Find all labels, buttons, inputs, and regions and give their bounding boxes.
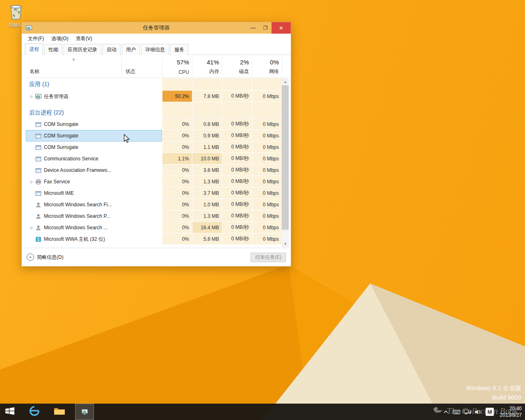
tab-processes[interactable]: 进程: [25, 43, 43, 55]
cell-cpu: 0%: [162, 176, 192, 187]
process-row[interactable]: ▷任务管理器50.2%7.8 MB0 MB/秒0 Mbps: [26, 91, 282, 102]
folder-icon: [54, 406, 65, 417]
task-manager-icon: [82, 407, 88, 416]
taskbar: M 20:40 2013/8/27: [0, 404, 525, 420]
taskbar-ie-button[interactable]: [25, 404, 44, 420]
tab-performance[interactable]: 性能: [44, 44, 62, 55]
expander-icon[interactable]: ▷: [29, 95, 34, 98]
cell-cpu: 0%: [162, 142, 192, 153]
cell-memory: 5.8 MB: [192, 233, 222, 245]
process-group-label: 应用 (1): [29, 81, 49, 88]
chevron-up-icon: ∧: [27, 253, 34, 261]
process-list: 应用 (1)▷任务管理器50.2%7.8 MB0 MB/秒0 Mbps后台进程 …: [26, 78, 289, 247]
search-user-icon: [35, 202, 41, 208]
cell-cpu: 0%: [162, 210, 192, 222]
process-row[interactable]: ▷Microsoft Windows Search ...0%16.4 MB0 …: [26, 222, 282, 233]
taskbar-task-manager-button[interactable]: [75, 404, 94, 420]
process-group-header[interactable]: 应用 (1): [26, 78, 282, 91]
cell-cpu: 1.1%: [162, 153, 192, 164]
cell-network: 0 Mbps: [252, 119, 282, 130]
cell-cpu: 50.2%: [162, 91, 192, 102]
recycle-bin-icon: [8, 14, 24, 21]
column-header-disk[interactable]: 2%磁盘: [222, 57, 252, 78]
app-window-icon: [35, 156, 41, 162]
tab-app-history[interactable]: 应用历史记录: [64, 44, 101, 55]
column-header-name[interactable]: ∧ 名称: [26, 57, 121, 78]
process-row[interactable]: Communications Service1.1%10.0 MB0 MB/秒0…: [26, 153, 282, 164]
tab-startup[interactable]: 启动: [103, 44, 121, 55]
process-row[interactable]: COM Surrogate0%0.8 MB0 MB/秒0 Mbps: [26, 119, 282, 130]
app-window-icon: [35, 121, 41, 128]
cell-cpu: 0%: [162, 233, 192, 245]
clock-date: 2013/8/27: [496, 412, 522, 418]
process-row[interactable]: Microsoft Windows Search Fi...0%1.0 MB0 …: [26, 199, 282, 210]
minimize-button[interactable]: —: [247, 22, 259, 34]
process-row[interactable]: ▷Fax Service0%1.3 MB0 MB/秒0 Mbps: [26, 176, 282, 187]
process-group-header[interactable]: 后台进程 (22): [26, 102, 282, 119]
tab-strip: 进程性能应用历史记录启动用户详细信息服务: [22, 44, 291, 55]
menu-view[interactable]: 查看(V): [72, 34, 96, 43]
menu-options[interactable]: 选项(O): [48, 34, 72, 43]
expander-icon[interactable]: ▷: [29, 226, 34, 230]
cell-memory: 10.0 MB: [192, 153, 222, 164]
hidden-icons-chevron[interactable]: [441, 404, 450, 420]
cell-disk: 0 MB/秒: [222, 91, 252, 102]
taskbar-clock[interactable]: 20:40 2013/8/27: [496, 405, 522, 418]
cell-disk: [222, 102, 252, 119]
menu-file[interactable]: 文件(F): [24, 34, 48, 43]
footer-bar: ∧ 简略信息(D) 结束任务(E): [22, 248, 291, 266]
process-row[interactable]: Device Association Framewo...0%3.6 MB0 M…: [26, 164, 282, 176]
start-button[interactable]: [0, 404, 19, 420]
vertical-scrollbar[interactable]: ▴ ▾: [282, 78, 289, 247]
taskbar-explorer-button[interactable]: [50, 404, 69, 420]
column-header-network[interactable]: 0%网络: [252, 57, 282, 78]
network-icon[interactable]: [463, 404, 472, 420]
volume-icon[interactable]: [473, 404, 482, 420]
cell-network: 0 Mbps: [252, 199, 282, 210]
cell-cpu: [162, 78, 192, 91]
cell-network: 0 Mbps: [252, 222, 282, 233]
maximize-button[interactable]: ❐: [259, 22, 272, 34]
expander-icon[interactable]: ▷: [29, 180, 34, 184]
touch-keyboard-icon[interactable]: [452, 404, 461, 420]
close-button[interactable]: ✕: [272, 22, 291, 34]
process-row[interactable]: Microsoft IME0%3.7 MB0 MB/秒0 Mbps: [26, 187, 282, 199]
end-task-button[interactable]: 结束任务(E): [251, 253, 286, 262]
column-header-memory[interactable]: 41%内存: [192, 57, 222, 78]
title-bar[interactable]: 任务管理器 — ❐ ✕: [22, 22, 291, 34]
column-header-cpu[interactable]: 57%CPU: [162, 57, 192, 78]
process-row[interactable]: Microsoft Windows Search P...0%1.3 MB0 M…: [26, 210, 282, 222]
process-row[interactable]: COM Surrogate0%1.1 MB0 MB/秒0 Mbps: [26, 142, 282, 153]
cell-cpu: 0%: [162, 187, 192, 199]
fewer-details-toggle[interactable]: ∧ 简略信息(D): [27, 253, 64, 261]
windows-logo-icon: [5, 406, 15, 418]
scroll-up-icon[interactable]: ▴: [282, 78, 289, 85]
task-manager-icon: [35, 94, 41, 100]
tab-services[interactable]: 服务: [170, 44, 188, 55]
scrollbar-thumb[interactable]: [282, 85, 289, 230]
process-name: Microsoft Windows Search ...: [44, 225, 107, 231]
scroll-down-icon[interactable]: ▾: [282, 240, 289, 247]
process-name: COM Surrogate: [44, 133, 78, 139]
process-name: Microsoft WWA 主机 (32 位): [44, 236, 105, 243]
process-row[interactable]: Microsoft WWA 主机 (32 位)0%5.8 MB0 MB/秒0 M…: [26, 233, 282, 245]
tab-users[interactable]: 用户: [122, 44, 140, 55]
cell-disk: 0 MB/秒: [222, 142, 252, 153]
process-name: 任务管理器: [44, 93, 68, 100]
column-header-status[interactable]: 状态: [121, 57, 162, 78]
cell-network: 0 Mbps: [252, 233, 282, 245]
ime-indicator[interactable]: M: [486, 408, 494, 416]
tab-details[interactable]: 详细信息: [141, 44, 169, 55]
cell-memory: 0.9 MB: [192, 130, 222, 142]
app-window-icon: [35, 144, 41, 151]
cell-network: [252, 78, 282, 91]
process-name: Microsoft IME: [44, 190, 74, 196]
cell-cpu: 0%: [162, 222, 192, 233]
process-row[interactable]: COM Surrogate0%0.9 MB0 MB/秒0 Mbps: [26, 130, 282, 142]
cell-network: 0 Mbps: [252, 187, 282, 199]
cell-memory: 0.8 MB: [192, 119, 222, 130]
cell-disk: 0 MB/秒: [222, 153, 252, 164]
cell-network: 0 Mbps: [252, 164, 282, 176]
windows-build-watermark: Windows 8.1 企业版 Build 9600: [466, 383, 521, 402]
cell-network: 0 Mbps: [252, 91, 282, 102]
